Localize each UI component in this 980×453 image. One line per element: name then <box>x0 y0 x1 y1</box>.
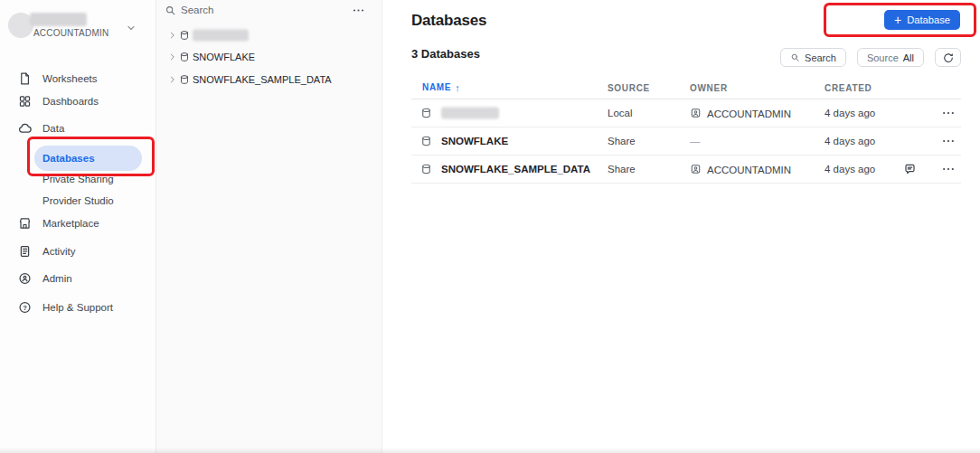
table-row-snowflake[interactable]: SNOWFLAKE Share — 4 days ago <box>411 127 961 156</box>
admin-badge-icon <box>18 272 32 286</box>
user-badge-icon <box>690 108 702 119</box>
tree-item-snowflake[interactable]: SNOWFLAKE <box>156 48 382 66</box>
sidebar-item-label: Marketplace <box>42 218 99 229</box>
owner-cell: — <box>690 136 701 146</box>
page-title: Databases <box>411 12 486 30</box>
create-database-button[interactable]: + Database <box>884 10 960 30</box>
account-role-label: ACCOUNTADMIN <box>33 28 108 38</box>
sidebar-item-label: Private Sharing <box>42 174 114 184</box>
source-cell: Local <box>608 108 633 118</box>
sidebar-item-private-sharing[interactable]: Private Sharing <box>0 168 156 190</box>
worksheets-icon <box>18 72 32 86</box>
owner-cell: ACCOUNTADMIN <box>690 164 791 175</box>
database-icon <box>179 52 190 62</box>
snowflake-app: ACCOUNTADMIN Worksheets Dashboards Data <box>0 0 980 453</box>
sidebar-item-label: Help & Support <box>42 302 113 313</box>
source-filter-label: Source <box>867 52 899 63</box>
sidebar-item-databases[interactable]: Databases <box>34 146 142 171</box>
cloud-icon <box>18 122 32 136</box>
account-switcher[interactable]: ACCOUNTADMIN <box>0 7 156 49</box>
sidebar: ACCOUNTADMIN Worksheets Dashboards Data <box>0 0 156 453</box>
column-header-source: SOURCE <box>608 82 650 92</box>
chevron-right-icon[interactable] <box>168 75 177 84</box>
chevron-right-icon[interactable] <box>168 52 177 61</box>
sidebar-item-label: Worksheets <box>42 73 98 84</box>
database-icon <box>179 74 190 85</box>
sidebar-item-worksheets[interactable]: Worksheets <box>0 68 156 90</box>
chevron-down-icon <box>125 22 137 34</box>
tree-item-label-redacted <box>193 30 249 42</box>
dashboards-icon <box>18 95 32 109</box>
explorer-more-button[interactable] <box>352 4 365 17</box>
sidebar-item-data[interactable]: Data <box>0 118 156 139</box>
activity-log-icon <box>18 245 32 259</box>
column-header-created: CREATED <box>825 82 872 92</box>
sidebar-item-dashboards[interactable]: Dashboards <box>0 90 156 112</box>
database-name-redacted <box>441 108 499 119</box>
explorer-search-input[interactable]: Search <box>156 3 337 19</box>
source-cell: Share <box>608 136 636 146</box>
account-name-redacted <box>30 13 87 26</box>
sidebar-item-admin[interactable]: Admin <box>0 268 156 289</box>
database-name: SNOWFLAKE_SAMPLE_DATA <box>441 164 590 175</box>
sidebar-item-label: Data <box>42 123 64 134</box>
database-icon <box>179 30 190 41</box>
tree-item-snowflake-sample-data[interactable]: SNOWFLAKE_SAMPLE_DATA <box>156 71 382 89</box>
svg-text:?: ? <box>23 304 27 312</box>
table-header-row: NAME ↑ SOURCE OWNER CREATED <box>411 76 961 99</box>
created-cell: 4 days ago <box>825 136 875 146</box>
databases-table: NAME ↑ SOURCE OWNER CREATED Local A <box>411 76 961 184</box>
sidebar-item-activity[interactable]: Activity <box>0 241 156 262</box>
sort-ascending-icon: ↑ <box>455 82 460 93</box>
sidebar-item-label: Activity <box>42 246 75 257</box>
sidebar-item-label: Dashboards <box>42 96 99 107</box>
owner-name: ACCOUNTADMIN <box>707 164 791 175</box>
sidebar-item-label: Admin <box>42 273 72 284</box>
databases-page: Databases + Database 3 Databases Search … <box>382 0 980 453</box>
refresh-icon <box>942 52 955 64</box>
sidebar-item-marketplace[interactable]: Marketplace <box>0 212 156 234</box>
table-toolbar: Search Source All <box>780 48 961 67</box>
source-filter-value: All <box>903 52 914 63</box>
tree-item-label: SNOWFLAKE_SAMPLE_DATA <box>193 74 332 85</box>
plus-icon: + <box>894 14 901 26</box>
explorer-search-placeholder: Search <box>181 5 213 15</box>
row-actions-button[interactable] <box>941 162 956 176</box>
search-icon <box>790 52 800 62</box>
created-cell: 4 days ago <box>825 108 875 118</box>
database-count: 3 Databases <box>411 47 480 61</box>
question-circle-icon: ? <box>18 301 32 315</box>
table-row-snowflake-sample-data[interactable]: SNOWFLAKE_SAMPLE_DATA Share ACCOUNTADMIN… <box>411 156 961 184</box>
database-icon <box>420 164 432 175</box>
comment-icon[interactable] <box>903 163 917 176</box>
sidebar-item-label: Provider Studio <box>42 195 114 206</box>
row-actions-button[interactable] <box>941 106 956 120</box>
column-header-name[interactable]: NAME ↑ <box>422 82 460 93</box>
owner-cell: ACCOUNTADMIN <box>690 108 791 119</box>
refresh-button[interactable] <box>935 48 961 67</box>
owner-name: ACCOUNTADMIN <box>707 108 791 118</box>
sidebar-item-label: Databases <box>42 153 95 164</box>
row-actions-button[interactable] <box>941 134 956 148</box>
database-icon <box>420 108 432 119</box>
tree-item-label: SNOWFLAKE <box>193 52 255 62</box>
database-explorer-panel: Search SNOWFLAKE <box>156 0 382 453</box>
column-header-owner: OWNER <box>690 82 728 92</box>
source-filter-button[interactable]: Source All <box>857 48 924 67</box>
tree-item-database-redacted[interactable] <box>156 26 382 44</box>
source-cell: Share <box>608 164 636 175</box>
table-search-label: Search <box>805 52 836 63</box>
table-search-button[interactable]: Search <box>780 48 846 67</box>
table-row-database-redacted[interactable]: Local ACCOUNTADMIN 4 days ago <box>411 99 961 127</box>
database-name: SNOWFLAKE <box>441 136 508 146</box>
user-badge-icon <box>690 164 702 175</box>
sidebar-item-help-support[interactable]: ? Help & Support <box>0 297 156 318</box>
create-database-label: Database <box>907 14 950 25</box>
search-icon <box>165 5 176 16</box>
chevron-right-icon[interactable] <box>168 31 177 40</box>
sidebar-item-provider-studio[interactable]: Provider Studio <box>0 190 156 212</box>
created-cell: 4 days ago <box>825 164 875 175</box>
storefront-icon <box>18 217 32 231</box>
database-icon <box>420 136 432 147</box>
